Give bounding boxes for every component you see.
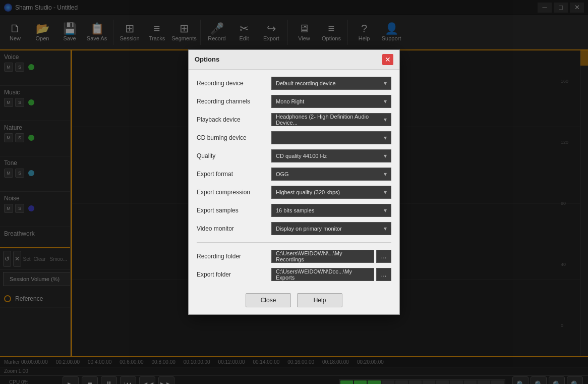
recording-channels-dropdown[interactable]: Mono Right bbox=[271, 95, 391, 108]
playback-device-dropdown[interactable]: Headphones (2- High Definition Audio Dev… bbox=[271, 113, 391, 126]
dialog-close-btn[interactable]: Close bbox=[246, 293, 291, 307]
recording-folder-path: C:\Users\WEIDOWN\...\My Recordings bbox=[271, 250, 374, 263]
recording-folder-label: Recording folder bbox=[197, 253, 267, 260]
video-monitor-value: Display on primary monitor bbox=[276, 226, 342, 232]
export-samples-dropdown[interactable]: 16 bits samples bbox=[271, 204, 391, 217]
quality-value: CD quality 44100 Hz bbox=[276, 153, 327, 159]
form-video-monitor: Video monitor Display on primary monitor bbox=[197, 222, 391, 235]
export-format-dropdown[interactable]: OGG bbox=[271, 168, 391, 181]
dialog-close-button[interactable]: ✕ bbox=[382, 54, 393, 65]
playback-device-label: Playback device bbox=[197, 116, 267, 123]
form-quality: Quality CD quality 44100 Hz bbox=[197, 149, 391, 162]
export-folder-label: Export folder bbox=[197, 271, 267, 278]
dialog-header: Options ✕ bbox=[189, 50, 399, 70]
export-folder-browse[interactable]: ... bbox=[376, 268, 391, 281]
export-format-value: OGG bbox=[276, 171, 289, 177]
recording-channels-label: Recording channels bbox=[197, 98, 267, 105]
form-recording-channels: Recording channels Mono Right bbox=[197, 95, 391, 108]
export-compression-dropdown[interactable]: Highest quality (320 kbps) bbox=[271, 186, 391, 199]
form-export-samples: Export samples 16 bits samples bbox=[197, 204, 391, 217]
dialog-divider bbox=[197, 242, 391, 243]
video-monitor-dropdown[interactable]: Display on primary monitor bbox=[271, 222, 391, 235]
form-export-format: Export format OGG bbox=[197, 168, 391, 181]
quality-label: Quality bbox=[197, 152, 267, 159]
cd-burning-label: CD burning device bbox=[197, 134, 267, 141]
dialog-title: Options bbox=[195, 56, 219, 63]
export-compression-label: Export compression bbox=[197, 189, 267, 196]
export-samples-value: 16 bits samples bbox=[276, 207, 314, 213]
dialog-body: Recording device Default recording devic… bbox=[189, 70, 399, 288]
export-compression-value: Highest quality (320 kbps) bbox=[276, 189, 340, 195]
form-cd-burning: CD burning device bbox=[197, 131, 391, 144]
recording-device-value: Default recording device bbox=[276, 80, 336, 86]
form-recording-folder: Recording folder C:\Users\WEIDOWN\...\My… bbox=[197, 250, 391, 263]
export-samples-label: Export samples bbox=[197, 207, 267, 214]
recording-folder-browse[interactable]: ... bbox=[376, 250, 391, 263]
playback-device-value: Headphones (2- High Definition Audio Dev… bbox=[276, 114, 384, 126]
dialog-footer: Close Help bbox=[189, 288, 399, 314]
options-dialog: Options ✕ Recording device Default recor… bbox=[188, 49, 400, 315]
quality-dropdown[interactable]: CD quality 44100 Hz bbox=[271, 149, 391, 162]
modal-overlay: Options ✕ Recording device Default recor… bbox=[0, 0, 588, 384]
recording-folder-row: C:\Users\WEIDOWN\...\My Recordings ... bbox=[271, 250, 391, 263]
recording-device-dropdown[interactable]: Default recording device bbox=[271, 77, 391, 90]
video-monitor-label: Video monitor bbox=[197, 225, 267, 232]
form-export-folder: Export folder C:\Users\WEIDOWN\Doc...\My… bbox=[197, 268, 391, 281]
export-folder-path: C:\Users\WEIDOWN\Doc...\My Exports bbox=[271, 268, 374, 281]
recording-channels-value: Mono Right bbox=[276, 98, 304, 104]
export-folder-row: C:\Users\WEIDOWN\Doc...\My Exports ... bbox=[271, 268, 391, 281]
dialog-help-btn[interactable]: Help bbox=[297, 293, 342, 307]
form-export-compression: Export compression Highest quality (320 … bbox=[197, 186, 391, 199]
cd-burning-dropdown[interactable] bbox=[271, 131, 391, 144]
export-format-label: Export format bbox=[197, 171, 267, 178]
recording-device-label: Recording device bbox=[197, 80, 267, 87]
form-recording-device: Recording device Default recording devic… bbox=[197, 77, 391, 90]
form-playback-device: Playback device Headphones (2- High Defi… bbox=[197, 113, 391, 126]
